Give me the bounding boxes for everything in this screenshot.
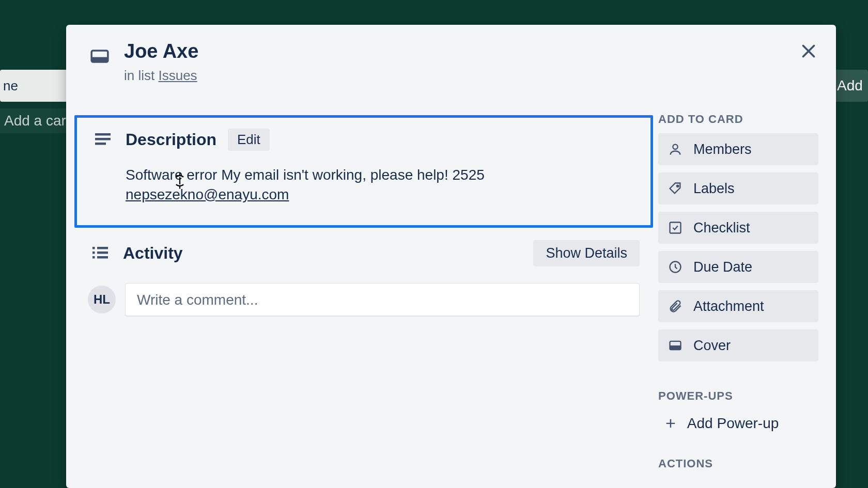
- attachment-icon: [667, 297, 684, 315]
- svg-rect-10: [97, 251, 108, 254]
- attachment-label: Attachment: [693, 298, 764, 314]
- bg-list-header: ne: [0, 70, 70, 102]
- due-date-label: Due Date: [693, 259, 752, 275]
- checklist-icon: [667, 219, 684, 237]
- card-list-link[interactable]: Issues: [158, 68, 197, 83]
- description-section: Description Edit Software error My email…: [74, 115, 653, 228]
- svg-rect-7: [92, 247, 95, 249]
- clock-icon: [667, 258, 684, 276]
- edit-description-button[interactable]: Edit: [228, 129, 270, 151]
- svg-rect-5: [95, 138, 111, 140]
- due-date-button[interactable]: Due Date: [658, 251, 818, 283]
- power-ups-heading: POWER-UPS: [658, 389, 818, 403]
- labels-button[interactable]: Labels: [658, 172, 818, 204]
- svg-rect-12: [97, 256, 108, 259]
- attachment-button[interactable]: Attachment: [658, 290, 818, 322]
- svg-rect-11: [92, 256, 95, 259]
- card-dialog: Joe Axe in list Issues Description Edit …: [66, 25, 836, 488]
- close-button[interactable]: [796, 39, 822, 65]
- description-body-text: Software error My email isn't working, p…: [126, 167, 485, 183]
- members-label: Members: [693, 141, 752, 158]
- description-text[interactable]: Software error My email isn't working, p…: [126, 165, 637, 204]
- description-email-link[interactable]: nepsezekno@enayu.com: [126, 186, 289, 202]
- checklist-button[interactable]: Checklist: [658, 212, 818, 244]
- bg-add-list[interactable]: Add: [832, 70, 868, 102]
- checklist-label: Checklist: [693, 220, 750, 236]
- activity-heading: Activity: [123, 244, 183, 263]
- add-power-up-label: Add Power-up: [687, 415, 779, 432]
- add-power-up-button[interactable]: + Add Power-up: [658, 410, 818, 436]
- cover-icon: [667, 337, 684, 354]
- svg-rect-15: [670, 223, 681, 233]
- activity-section: Activity Show Details HL Write a comment…: [74, 240, 653, 316]
- svg-rect-9: [92, 251, 95, 254]
- inlist-prefix: in list: [124, 68, 158, 83]
- card-sidebar: ADD TO CARD Members Labels Checklist Due…: [658, 113, 818, 478]
- show-details-button[interactable]: Show Details: [533, 240, 640, 266]
- svg-point-13: [673, 145, 677, 149]
- svg-rect-18: [670, 345, 681, 350]
- card-title[interactable]: Joe Axe: [124, 40, 198, 62]
- card-list-location: in list Issues: [124, 68, 198, 84]
- user-avatar[interactable]: HL: [88, 286, 116, 313]
- plus-icon: +: [665, 413, 676, 433]
- svg-rect-6: [95, 143, 106, 145]
- cover-label: Cover: [693, 338, 731, 354]
- members-button[interactable]: Members: [658, 133, 818, 165]
- actions-heading: ACTIONS: [658, 457, 818, 470]
- members-icon: [667, 140, 684, 158]
- card-icon: [87, 43, 113, 69]
- svg-rect-4: [95, 133, 111, 136]
- labels-label: Labels: [693, 181, 735, 197]
- close-icon: [799, 42, 818, 62]
- description-heading: Description: [126, 130, 216, 149]
- add-to-card-heading: ADD TO CARD: [658, 113, 818, 126]
- comment-input[interactable]: Write a comment...: [125, 283, 640, 316]
- description-icon: [90, 127, 115, 152]
- cover-button[interactable]: Cover: [658, 329, 818, 361]
- card-header: Joe Axe in list Issues: [87, 40, 198, 84]
- svg-rect-3: [91, 57, 108, 62]
- activity-icon: [88, 241, 113, 265]
- svg-rect-8: [97, 247, 108, 249]
- labels-icon: [667, 180, 684, 197]
- svg-point-14: [677, 185, 679, 187]
